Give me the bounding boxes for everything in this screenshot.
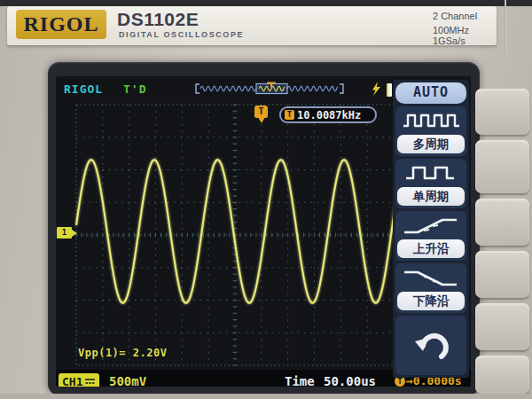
brand-plate: RIGOL DS1102E DIGITAL OSCILLOSCOPE 2 Cha… [7,6,497,45]
trigger-position-marker[interactable]: T [254,106,268,118]
waveform-memory-bar [193,82,346,97]
rising-edge-icon [401,214,461,237]
menu-item-multi-period[interactable]: 多周期 [395,106,466,156]
menu-item-rising-edge[interactable]: 上升沿 [395,211,466,261]
menu-item-single-period[interactable]: 单周期 [395,159,466,208]
softkey-1[interactable] [475,89,529,135]
undo-arrow-icon [412,328,450,364]
bottom-case-edge [0,394,532,399]
rigol-logo: RIGOL [16,10,106,39]
oscilloscope-front-panel: RIGOL DS1102E DIGITAL OSCILLOSCOPE 2 Cha… [0,0,532,399]
menu-label-rising-edge[interactable]: 上升沿 [397,239,465,258]
channel1-badge[interactable]: CH1 [59,373,99,387]
channel1-badge-label: CH1 [62,375,82,387]
timebase-value: 50.00us [324,374,376,387]
spec-bandwidth: 100MHz 1GSa/s [433,25,497,46]
screen-bezel: RIGOL T'D T 1 T 10.0087kHz Vpp(1)= 2.20V… [48,62,480,395]
timebase-label: Time [285,374,315,387]
softkey-menu: AUTO 多周期 单周期 [393,80,469,378]
menu-page-indicator [387,83,392,97]
menu-auto-button[interactable]: AUTO [395,82,466,104]
trigger-frequency-readout: T 10.0087kHz [279,106,377,123]
falling-edge-icon [401,266,461,289]
single-period-square-wave-icon [401,161,461,183]
trigger-status-text: T'D [123,82,146,96]
graticule-and-trace [74,103,395,367]
lcd-screen: RIGOL T'D T 1 T 10.0087kHz Vpp(1)= 2.20V… [56,76,471,387]
case-seam [505,0,506,55]
softkey-4[interactable] [475,251,529,298]
softkey-2[interactable] [475,140,529,193]
model-subtitle: DIGITAL OSCILLOSCOPE [119,30,244,39]
vpp-measurement: Vpp(1)= 2.20V [78,347,167,359]
screen-brand-text: RIGOL [64,82,103,96]
channel1-scale: 500mV [109,374,146,387]
softkey-5[interactable] [475,303,529,350]
menu-label-multi-period[interactable]: 多周期 [397,135,465,153]
softkey-6[interactable] [475,356,529,394]
trigger-frequency-value: 10.0087kHz [297,109,361,121]
menu-item-back[interactable] [395,316,466,375]
menu-label-falling-edge[interactable]: 下降沿 [397,292,465,310]
channel1-level-marker[interactable]: 1 [57,227,72,239]
trigger-badge-icon: T [285,110,294,120]
menu-item-falling-edge[interactable]: 下降沿 [395,263,466,313]
lightning-icon [371,82,382,97]
softkey-3[interactable] [475,199,529,246]
model-number: DS1102E [117,9,199,30]
multi-period-square-wave-icon [401,109,461,130]
menu-label-single-period[interactable]: 单周期 [397,187,465,206]
spec-channels: 2 Channel [433,11,477,21]
coupling-icon [84,377,96,386]
top-edge [0,0,532,6]
